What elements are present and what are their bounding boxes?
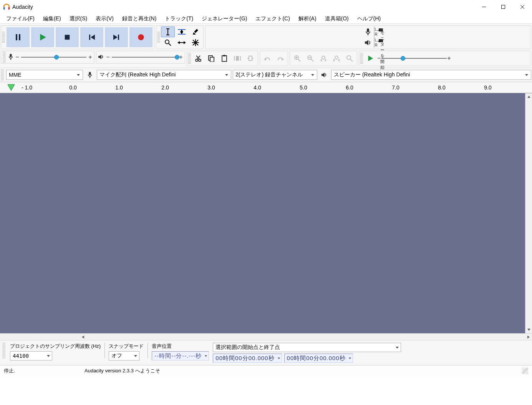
selection-mode-select[interactable]: 選択範囲の開始点と終了点 [213, 343, 401, 352]
menu-view[interactable]: 表示(V) [92, 15, 118, 23]
copy-button[interactable] [205, 52, 218, 65]
skip-end-button[interactable] [104, 27, 128, 48]
svg-rect-6 [16, 34, 17, 40]
selection-mode-value: 選択範囲の開始点と終了点 [215, 344, 280, 351]
timeline-ruler[interactable]: ‐ 1.0 0.0 1.0 2.0 3.0 4.0 5.0 6.0 7.0 8.… [0, 82, 532, 93]
svg-marker-38 [98, 54, 101, 59]
chevron-down-icon [277, 357, 280, 360]
scroll-down-button[interactable] [525, 326, 532, 333]
zoom-toolbar [290, 51, 357, 66]
undo-button[interactable] [261, 52, 274, 65]
selection-end-value: 00時間00分00.000秒 [287, 355, 346, 362]
timeshift-tool[interactable] [175, 37, 189, 48]
menu-record-play[interactable]: 録音と再生(N) [118, 15, 160, 23]
playback-device-value: スピーカー (Realtek High Defini [334, 71, 410, 78]
svg-marker-35 [365, 40, 368, 45]
selection-end-field[interactable]: 00時間00分00.000秒 [284, 354, 353, 363]
svg-marker-81 [82, 336, 84, 339]
cut-button[interactable] [192, 52, 205, 65]
menu-file[interactable]: ファイル(F) [2, 15, 38, 23]
svg-marker-76 [322, 73, 325, 77]
play-button[interactable] [31, 27, 55, 48]
recording-channels-select[interactable]: 2(ステレオ) 録音チャンネル [233, 70, 317, 80]
maximize-button[interactable] [494, 0, 513, 14]
project-rate-select[interactable]: 44100 [10, 351, 52, 360]
chevron-down-icon [46, 354, 50, 358]
silence-button[interactable] [244, 52, 257, 65]
horizontal-scrollbar[interactable] [0, 333, 532, 340]
selection-start-field[interactable]: 00時間00分00.000秒 [213, 354, 282, 363]
zoom-toggle-button[interactable] [343, 52, 356, 65]
snap-mode-select[interactable]: オフ [109, 351, 139, 360]
playback-meter[interactable]: LR -54 -48 -42 -36 -30 -24 -18 -12 -6 0 [374, 37, 375, 48]
toolbar-grip-icon[interactable] [2, 32, 5, 43]
device-toolbar: MME マイク配列 (Realtek High Defini 2(ステレオ) 録… [0, 68, 532, 82]
selection-toolbar: プロジェクトのサンプリング周波数 (Hz) 44100 スナップモード オフ 音… [0, 340, 532, 365]
window-title: Audacity [12, 4, 33, 10]
menu-track[interactable]: トラック(T) [161, 15, 197, 23]
playback-device-select[interactable]: スピーカー (Realtek High Defini [331, 70, 531, 80]
chevron-down-icon [311, 73, 315, 77]
menu-help[interactable]: ヘルプ(H) [353, 15, 384, 23]
scroll-up-button[interactable] [525, 93, 532, 100]
microphone-icon[interactable] [362, 28, 374, 36]
toolbar-grip-icon[interactable] [1, 69, 4, 80]
meter-tick: 0 [379, 38, 381, 43]
minimize-button[interactable] [474, 0, 494, 14]
svg-rect-3 [502, 5, 505, 9]
resize-grip-icon[interactable] [522, 368, 528, 374]
record-button[interactable] [129, 27, 153, 48]
audio-host-select[interactable]: MME [6, 70, 83, 80]
menu-generator[interactable]: ジェネレーター(G) [198, 15, 251, 23]
recording-meter[interactable]: LR -54 -48 -42 -3 モニターを開始 4 -18 -12 -6 0 [374, 26, 375, 37]
multi-tool[interactable] [189, 37, 202, 48]
close-button[interactable] [513, 0, 532, 14]
meter-start-hint: モニターを開始 [380, 30, 384, 70]
svg-rect-23 [194, 29, 198, 33]
plus-icon: + [447, 55, 451, 62]
playback-speed-slider[interactable] [381, 56, 447, 61]
scroll-right-button[interactable] [525, 334, 532, 341]
toolbar-grip-icon[interactable] [2, 343, 5, 358]
play-volume-slider[interactable] [112, 55, 177, 60]
zoom-tool[interactable] [161, 37, 175, 48]
meter-tick: 0 [379, 28, 381, 32]
zoom-out-button[interactable] [304, 52, 317, 65]
record-volume-slider[interactable] [21, 55, 86, 60]
scroll-left-button[interactable] [80, 334, 86, 341]
pause-button[interactable] [6, 27, 30, 48]
menu-tools[interactable]: 道具箱(O) [321, 15, 353, 23]
vertical-scrollbar[interactable] [525, 93, 532, 333]
play-at-speed-button[interactable] [364, 52, 377, 65]
trim-button[interactable] [231, 52, 244, 65]
status-message: Audacity version 2.3.3 へようこそ [85, 367, 522, 374]
stop-button[interactable] [55, 27, 79, 48]
redo-button[interactable] [274, 52, 287, 65]
svg-point-62 [322, 56, 325, 59]
menu-effect[interactable]: エフェクト(C) [252, 15, 293, 23]
fit-project-button[interactable] [330, 52, 343, 65]
paste-button[interactable] [218, 52, 231, 65]
track-area[interactable] [0, 93, 532, 333]
svg-marker-85 [205, 355, 207, 357]
toolbar-grip-icon[interactable] [188, 53, 191, 64]
toolbar-grip-icon[interactable] [3, 52, 6, 63]
recording-device-select[interactable]: マイク配列 (Realtek High Defini [97, 70, 231, 80]
audio-position-label: 音声位置 [152, 343, 209, 350]
toolbar-grip-icon[interactable] [360, 53, 363, 64]
microphone-icon [8, 53, 13, 61]
fit-selection-button[interactable] [317, 52, 330, 65]
draw-tool[interactable] [189, 26, 202, 37]
envelope-tool[interactable] [175, 26, 189, 37]
speaker-icon[interactable] [362, 40, 374, 46]
skip-start-button[interactable] [80, 27, 104, 48]
toolbar-grip-icon[interactable] [157, 32, 160, 43]
selection-tool[interactable] [161, 26, 175, 37]
playhead-icon[interactable] [7, 84, 15, 92]
zoom-in-button[interactable] [291, 52, 304, 65]
menu-analysis[interactable]: 解析(A) [295, 15, 320, 23]
audio-position-field[interactable]: --時間--分--.---秒 [152, 351, 209, 360]
svg-marker-79 [527, 96, 530, 98]
menu-select[interactable]: 選択(S) [66, 15, 91, 23]
menu-edit[interactable]: 編集(E) [39, 15, 65, 23]
